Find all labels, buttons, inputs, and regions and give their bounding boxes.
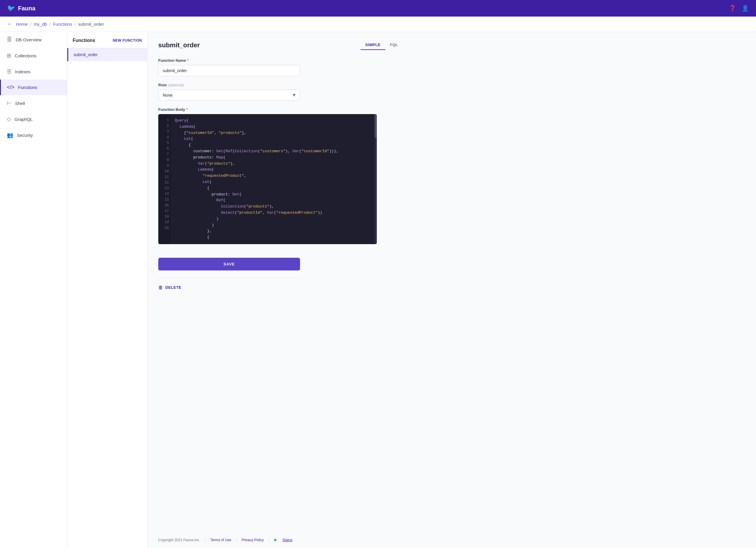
middle-panel: Functions NEW FUNCTION submit_order	[67, 32, 148, 548]
role-optional-label: (optional)	[168, 83, 184, 87]
sidebar-label-graphql: GraphQL	[14, 117, 33, 122]
breadcrumb-sep-1: /	[30, 22, 31, 27]
middle-panel-title: Functions	[73, 38, 95, 43]
role-select[interactable]: None Admin Server Client	[158, 90, 300, 101]
graphql-icon: ◇	[7, 116, 11, 122]
sidebar-item-collections[interactable]: ⊞ Collections	[0, 48, 67, 64]
brand-name: Fauna	[18, 5, 35, 12]
sidebar-label-indexes: Indexes	[15, 69, 31, 74]
top-navigation: 🐦 Fauna ❓ 👤	[0, 0, 756, 17]
breadcrumb-sep-2: /	[49, 22, 50, 27]
middle-panel-header: Functions NEW FUNCTION	[67, 32, 147, 48]
breadcrumb: Home / my_db / Functions / submit_order	[16, 22, 104, 27]
tab-fql[interactable]: FQL	[385, 40, 403, 50]
delete-section[interactable]: 🗑 DELETE	[158, 285, 403, 290]
delete-icon: 🗑	[158, 285, 163, 290]
role-label: Role (optional)	[158, 83, 403, 87]
function-list-item-submit-order[interactable]: submit_order	[67, 48, 147, 61]
role-field-group: Role (optional) None Admin Server Client…	[158, 83, 403, 101]
footer-copyright: Copyright 2021 Fauna Inc.	[158, 538, 200, 542]
footer-terms[interactable]: Terms of Use	[211, 538, 232, 542]
code-editor-wrapper[interactable]: 12345 678910 1112131415 1617181920 Query…	[158, 114, 377, 244]
function-item-label: submit_order	[74, 52, 98, 57]
function-name-required: *	[187, 58, 189, 63]
collections-icon: ⊞	[7, 52, 11, 59]
line-numbers: 12345 678910 1112131415 1617181920	[158, 114, 171, 244]
footer-sep-1: |	[205, 538, 206, 542]
sidebar-item-shell[interactable]: ⊢ Shell	[0, 95, 67, 111]
code-editor[interactable]: 12345 678910 1112131415 1617181920 Query…	[158, 114, 377, 244]
delete-button[interactable]: DELETE	[165, 285, 181, 290]
sidebar: 🗄 DB Overview ⊞ Collections ☰ Indexes </…	[0, 32, 67, 548]
breadcrumb-current: submit_order	[78, 22, 104, 27]
content-inner: submit_order SIMPLE FQL Function Name *	[148, 32, 413, 299]
sidebar-label-functions: Functions	[18, 85, 37, 90]
help-icon[interactable]: ❓	[729, 5, 736, 12]
sidebar-label-db-overview: DB Overview	[16, 37, 42, 42]
sidebar-label-shell: Shell	[15, 101, 25, 106]
breadcrumb-home[interactable]: Home	[16, 22, 28, 27]
breadcrumb-mydb[interactable]: my_db	[34, 22, 47, 27]
page-title: submit_order	[158, 41, 200, 49]
nav-actions: ❓ 👤	[729, 5, 749, 12]
role-select-wrapper: None Admin Server Client ▼	[158, 90, 300, 101]
db-overview-icon: 🗄	[7, 37, 12, 43]
breadcrumb-bar: ← Home / my_db / Functions / submit_orde…	[0, 17, 756, 32]
save-button[interactable]: SAVE	[158, 258, 300, 270]
sidebar-item-functions[interactable]: </> Functions	[0, 79, 67, 95]
sidebar-label-collections: Collections	[15, 53, 36, 58]
function-name-field-group: Function Name *	[158, 58, 403, 76]
function-body-required: *	[186, 107, 188, 112]
shell-icon: ⊢	[7, 100, 12, 106]
content-header: submit_order SIMPLE FQL	[158, 40, 403, 50]
main-layout: 🗄 DB Overview ⊞ Collections ☰ Indexes </…	[0, 32, 756, 548]
security-icon: 👥	[7, 132, 13, 138]
user-icon[interactable]: 👤	[742, 5, 749, 12]
new-function-button[interactable]: NEW FUNCTION	[113, 38, 142, 43]
footer: Copyright 2021 Fauna Inc. | Terms of Use…	[148, 532, 756, 548]
sidebar-label-security: Security	[17, 133, 33, 138]
footer-privacy[interactable]: Privacy Policy	[242, 538, 264, 542]
functions-icon: </>	[7, 84, 14, 90]
view-tabs: SIMPLE FQL	[361, 40, 403, 50]
function-name-label: Function Name *	[158, 58, 403, 63]
function-body-label: Function Body *	[158, 107, 403, 112]
function-name-input[interactable]	[158, 65, 300, 76]
content-area: submit_order SIMPLE FQL Function Name *	[148, 32, 756, 548]
fauna-logo-icon: 🐦	[7, 4, 15, 12]
divider	[158, 278, 300, 278]
breadcrumb-functions[interactable]: Functions	[53, 22, 72, 27]
breadcrumb-sep-3: /	[74, 22, 76, 27]
sidebar-item-db-overview[interactable]: 🗄 DB Overview	[0, 32, 67, 48]
footer-status[interactable]: Status	[282, 538, 292, 542]
code-scrollbar[interactable]	[374, 114, 377, 244]
sidebar-item-indexes[interactable]: ☰ Indexes	[0, 64, 67, 79]
nav-brand: 🐦 Fauna	[7, 4, 35, 12]
sidebar-item-graphql[interactable]: ◇ GraphQL	[0, 111, 67, 127]
sidebar-item-security[interactable]: 👥 Security	[0, 127, 67, 143]
back-button[interactable]: ←	[7, 21, 12, 27]
function-body-field-group: Function Body * 12345 678910 1112131415 …	[158, 107, 403, 244]
footer-sep-3: |	[268, 538, 269, 542]
indexes-icon: ☰	[7, 68, 12, 75]
footer-sep-2: |	[236, 538, 237, 542]
code-scrollbar-thumb	[374, 114, 377, 138]
code-content[interactable]: Query( Lambda( ["customerId", "products"…	[171, 114, 377, 244]
tab-simple[interactable]: SIMPLE	[361, 40, 385, 50]
status-dot	[274, 539, 276, 541]
